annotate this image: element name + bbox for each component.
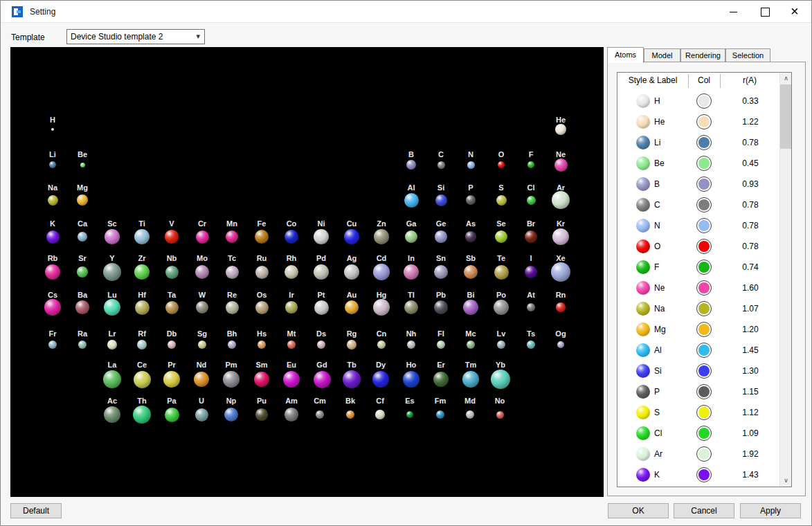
atom-row-O[interactable]: O0.78 <box>617 236 779 257</box>
scrollbar-thumb[interactable] <box>780 84 792 149</box>
apply-button[interactable]: Apply <box>740 503 801 518</box>
element-label-Be: Be <box>78 150 87 158</box>
element-sphere-Ce <box>134 371 151 388</box>
atom-color-swatch[interactable] <box>696 114 712 129</box>
atom-row-F[interactable]: F0.74 <box>617 257 779 278</box>
atom-color-swatch[interactable] <box>696 260 712 275</box>
atom-style-sphere[interactable] <box>636 156 650 170</box>
atom-color-swatch[interactable] <box>696 467 712 482</box>
atom-row-N[interactable]: N0.78 <box>617 215 779 236</box>
scrollbar-up-icon[interactable]: ∧ <box>780 73 792 84</box>
atom-color-swatch[interactable] <box>696 301 712 316</box>
atoms-table-header: Style & Label Col r(A) <box>617 73 779 89</box>
atom-style-sphere[interactable] <box>636 177 650 191</box>
atom-row-Ca[interactable]: Ca <box>617 485 779 487</box>
element-sphere-Er <box>433 372 449 387</box>
tab-rendering[interactable]: Rendering <box>680 48 725 62</box>
atom-style-sphere[interactable] <box>636 364 650 378</box>
scrollbar[interactable]: ∧ ∨ <box>779 73 791 487</box>
atom-style-sphere[interactable] <box>636 343 650 357</box>
atom-color-swatch[interactable] <box>696 446 712 462</box>
atom-radius-value: 1.22 <box>728 117 773 127</box>
atom-style-sphere[interactable] <box>636 136 650 149</box>
atom-style-sphere[interactable] <box>636 447 650 461</box>
atom-row-Cl[interactable]: Cl1.09 <box>617 423 779 444</box>
atom-row-C[interactable]: C0.78 <box>617 194 779 215</box>
element-sphere-Ds <box>317 341 325 349</box>
atom-row-B[interactable]: B0.93 <box>617 174 779 194</box>
atom-color-swatch[interactable] <box>696 426 712 441</box>
atom-row-He[interactable]: He1.22 <box>617 111 779 132</box>
atom-color-swatch[interactable] <box>696 280 712 296</box>
element-sphere-Ir <box>285 301 297 313</box>
atom-symbol: K <box>654 470 660 480</box>
atom-row-Li[interactable]: Li0.78 <box>617 132 779 153</box>
atom-color-swatch[interactable] <box>696 218 712 233</box>
atom-row-Al[interactable]: Al1.45 <box>617 340 779 361</box>
atom-color-swatch[interactable] <box>696 176 712 192</box>
atom-row-Si[interactable]: Si1.30 <box>617 361 779 381</box>
tab-model[interactable]: Model <box>644 48 680 62</box>
atom-style-sphere[interactable] <box>636 406 650 419</box>
tab-atoms[interactable]: Atoms <box>607 47 644 63</box>
close-button[interactable] <box>780 1 811 23</box>
element-sphere-Pt <box>314 300 329 315</box>
atom-radius-value: 0.78 <box>728 138 773 147</box>
atom-style-sphere[interactable] <box>636 219 650 233</box>
atom-style-sphere[interactable] <box>636 302 650 316</box>
element-label-Rf: Rf <box>138 329 146 338</box>
atom-row-P[interactable]: P1.15 <box>617 381 779 402</box>
atom-row-Ne[interactable]: Ne1.60 <box>617 278 779 298</box>
template-dropdown[interactable]: Device Studio template 2 ▾ <box>66 29 205 44</box>
element-sphere-Cl <box>527 196 536 205</box>
periodic-table-viewport[interactable]: HHeLiBeBCNOFNeNaMgAlSiPSClArKCaScTiVCrMn… <box>10 47 604 497</box>
scrollbar-down-icon[interactable]: ∨ <box>780 475 792 487</box>
ok-button[interactable]: OK <box>608 503 669 518</box>
atom-row-Be[interactable]: Be0.45 <box>617 153 779 174</box>
atom-style-sphere[interactable] <box>636 94 650 108</box>
element-sphere-Cm <box>316 410 324 419</box>
atom-color-swatch[interactable] <box>696 197 712 212</box>
element-sphere-Ag <box>344 264 359 280</box>
element-label-Eu: Eu <box>287 361 296 369</box>
atom-color-swatch[interactable] <box>696 363 712 379</box>
atom-style-sphere[interactable] <box>636 323 650 336</box>
element-label-I: I <box>530 254 532 262</box>
atom-style-sphere[interactable] <box>636 198 650 212</box>
element-sphere-Pu <box>255 408 268 421</box>
atom-color-swatch[interactable] <box>696 405 712 420</box>
element-label-Ga: Ga <box>406 219 417 228</box>
atom-style-sphere[interactable] <box>636 385 650 399</box>
atom-symbol: He <box>654 117 665 127</box>
atom-color-swatch[interactable] <box>696 93 712 109</box>
cancel-button[interactable]: Cancel <box>674 503 734 518</box>
atom-style-sphere[interactable] <box>636 239 650 253</box>
maximize-button[interactable] <box>749 1 780 23</box>
atom-row-H[interactable]: H0.33 <box>617 91 779 111</box>
atom-color-swatch[interactable] <box>696 384 712 399</box>
atom-symbol: N <box>654 221 660 230</box>
atom-row-Na[interactable]: Na1.07 <box>617 298 779 319</box>
atom-style-sphere[interactable] <box>636 260 650 274</box>
atom-style-sphere[interactable] <box>636 468 650 482</box>
atom-color-swatch[interactable] <box>696 156 712 171</box>
atom-style-sphere[interactable] <box>636 115 650 129</box>
atom-color-swatch[interactable] <box>696 239 712 254</box>
atom-row-K[interactable]: K1.43 <box>617 464 779 485</box>
tab-selection[interactable]: Selection <box>725 48 770 62</box>
atom-color-swatch[interactable] <box>696 322 712 337</box>
minimize-button[interactable] <box>718 1 749 23</box>
atom-row-Ar[interactable]: Ar1.92 <box>617 444 779 464</box>
element-sphere-Fe <box>255 230 269 244</box>
element-label-Cl: Cl <box>527 183 535 192</box>
element-label-Xe: Xe <box>556 254 565 262</box>
atom-color-swatch[interactable] <box>696 135 712 150</box>
atom-row-S[interactable]: S1.12 <box>617 402 779 423</box>
element-sphere-Ra <box>78 341 87 349</box>
atom-symbol: Li <box>654 138 660 147</box>
atom-color-swatch[interactable] <box>696 343 712 358</box>
atom-row-Mg[interactable]: Mg1.20 <box>617 319 779 340</box>
atom-style-sphere[interactable] <box>636 281 650 295</box>
atom-style-sphere[interactable] <box>636 426 650 440</box>
default-button[interactable]: Default <box>10 503 62 518</box>
